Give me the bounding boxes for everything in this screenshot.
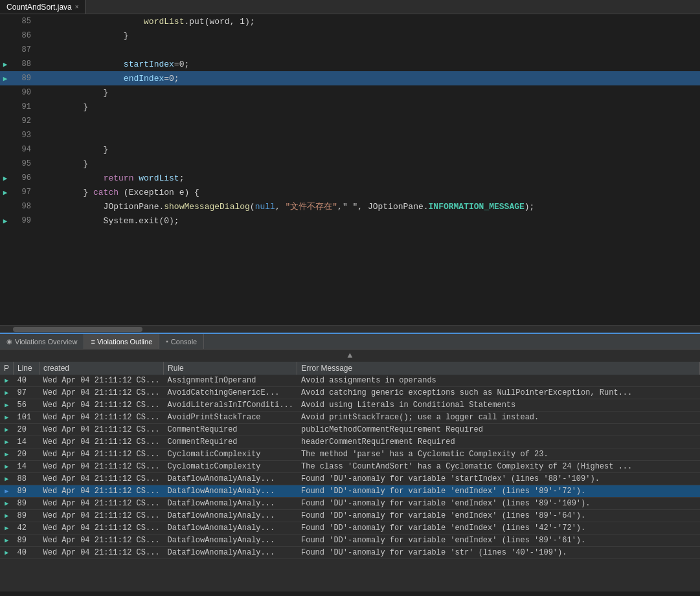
code-content: startIndex=0; (36, 60, 700, 69)
row-created: Wed Apr 04 21:11:12 CS... (40, 448, 164, 461)
table-row[interactable]: ▶20Wed Apr 04 21:11:12 CS...CommentRequi… (0, 424, 700, 436)
code-line-86[interactable]: 86 } (0, 28, 700, 43)
row-play-icon: ▶ (0, 424, 14, 436)
row-line: 40 (14, 547, 40, 559)
row-error-message: The class 'CountAndSort' has a Cyclomati… (297, 461, 700, 473)
code-line-92[interactable]: 92 (0, 114, 700, 128)
breakpoint-arrow-icon: ▶ (3, 217, 8, 225)
breakpoint-arrow-icon: ▶ (3, 188, 8, 197)
line-number: 89 (10, 74, 36, 83)
row-play-icon: ▶ (0, 461, 14, 473)
line-number: 97 (10, 188, 36, 197)
row-created: Wed Apr 04 21:11:12 CS... (40, 412, 164, 424)
line-number: 96 (10, 173, 36, 182)
row-rule: CyclomaticComplexity (164, 448, 297, 461)
row-error-message: Found 'DU'-anomaly for variable 'endInde… (297, 498, 700, 510)
row-line: 101 (14, 412, 40, 424)
row-play-icon: ▶ (0, 485, 14, 498)
col-error[interactable]: Error Message (297, 362, 700, 375)
code-line-88[interactable]: ▶88 startIndex=0; (0, 57, 700, 71)
table-row[interactable]: ▶89Wed Apr 04 21:11:12 CS...DataflowAnom… (0, 498, 700, 510)
table-row[interactable]: ▶14Wed Apr 04 21:11:12 CS...CyclomaticCo… (0, 461, 700, 473)
row-play-icon: ▶ (0, 510, 14, 522)
code-content: return wordList; (36, 173, 700, 183)
code-line-97[interactable]: ▶97 } catch (Exception e) { (0, 185, 700, 199)
row-rule: AvoidPrintStackTrace (164, 412, 297, 424)
panel-tab-2[interactable]: ▪Console (159, 334, 204, 349)
code-line-95[interactable]: 95 } (0, 157, 700, 171)
table-row[interactable]: ▶89Wed Apr 04 21:11:12 CS...DataflowAnom… (0, 510, 700, 522)
table-row[interactable]: ▶20Wed Apr 04 21:11:12 CS...CyclomaticCo… (0, 448, 700, 461)
line-number: 92 (10, 116, 36, 126)
table-row[interactable]: ▶40Wed Apr 04 21:11:12 CS...DataflowAnom… (0, 547, 700, 559)
row-line: 40 (14, 375, 40, 387)
code-content: System.exit(0); (36, 216, 700, 226)
code-line-89[interactable]: ▶89 endIndex=0; (0, 71, 700, 85)
code-line-90[interactable]: 90 } (0, 85, 700, 100)
code-line-93[interactable]: 93 (0, 128, 700, 142)
line-number: 95 (10, 159, 36, 168)
row-created: Wed Apr 04 21:11:12 CS... (40, 535, 164, 547)
panel-tab-0[interactable]: ◉Violations Overview (0, 334, 84, 349)
horizontal-scrollbar[interactable] (0, 325, 700, 333)
breakpoint-arrow-icon: ▶ (3, 74, 8, 83)
panel-tab-label-0: Violations Overview (15, 338, 77, 346)
row-error-message: Found 'DD'-anomaly for variable 'endInde… (297, 535, 700, 547)
code-line-87[interactable]: 87 (0, 43, 700, 57)
panel-tab-label-2: Console (171, 338, 197, 346)
row-created: Wed Apr 04 21:11:12 CS... (40, 498, 164, 510)
row-error-message: Found 'DD'-anomaly for variable 'endInde… (297, 510, 700, 522)
code-line-98[interactable]: 98 JOptionPane.showMessageDialog(null, "… (0, 199, 700, 214)
panel-tab-1[interactable]: ≡ Violations Outline (84, 334, 159, 349)
row-error-message: The method 'parse' has a Cyclomatic Comp… (297, 448, 700, 461)
row-rule: AvoidLiteralsInIfConditi... (164, 399, 297, 412)
row-play-icon: ▶ (0, 473, 14, 485)
line-number: 94 (10, 145, 36, 154)
code-line-96[interactable]: ▶96 return wordList; (0, 171, 700, 185)
code-content: JOptionPane.showMessageDialog(null, "文件不… (36, 201, 700, 212)
row-line: 89 (14, 535, 40, 547)
table-row[interactable]: ▶56Wed Apr 04 21:11:12 CS...AvoidLiteral… (0, 399, 700, 412)
tab-countandsort[interactable]: CountAndSort.java × (0, 0, 86, 14)
row-rule: DataflowAnomalyAnaly... (164, 498, 297, 510)
row-rule: CommentRequired (164, 436, 297, 448)
breakpoint-gutter: ▶ (0, 60, 10, 69)
row-play-icon: ▶ (0, 412, 14, 424)
col-rule[interactable]: Rule (164, 362, 297, 375)
table-row[interactable]: ▶89Wed Apr 04 21:11:12 CS...DataflowAnom… (0, 485, 700, 498)
row-created: Wed Apr 04 21:11:12 CS... (40, 375, 164, 387)
table-row[interactable]: ▶89Wed Apr 04 21:11:12 CS...DataflowAnom… (0, 535, 700, 547)
row-created: Wed Apr 04 21:11:12 CS... (40, 485, 164, 498)
line-number: 88 (10, 60, 36, 69)
code-content: wordList.put(word, 1); (36, 17, 700, 27)
code-editor: 85 wordList.put(word, 1);86 }87▶88 start… (0, 14, 700, 325)
table-row[interactable]: ▶42Wed Apr 04 21:11:12 CS...DataflowAnom… (0, 522, 700, 535)
scrollbar-thumb[interactable] (13, 327, 142, 332)
table-row[interactable]: ▶97Wed Apr 04 21:11:12 CS...AvoidCatchin… (0, 387, 700, 399)
table-row[interactable]: ▶14Wed Apr 04 21:11:12 CS...CommentRequi… (0, 436, 700, 448)
breakpoint-gutter: ▶ (0, 174, 10, 182)
row-rule: DataflowAnomalyAnaly... (164, 522, 297, 535)
tab-close-button[interactable]: × (75, 3, 79, 10)
table-row[interactable]: ▶88Wed Apr 04 21:11:12 CS...DataflowAnom… (0, 473, 700, 485)
table-row[interactable]: ▶40Wed Apr 04 21:11:12 CS...AssignmentIn… (0, 375, 700, 387)
row-rule: DataflowAnomalyAnaly... (164, 547, 297, 559)
line-number: 87 (10, 45, 36, 54)
line-number: 99 (10, 216, 36, 225)
line-number: 85 (10, 17, 36, 26)
col-p[interactable]: P (0, 362, 14, 375)
code-line-85[interactable]: 85 wordList.put(word, 1); (0, 14, 700, 28)
col-created[interactable]: created (40, 362, 164, 375)
code-line-94[interactable]: 94 } (0, 142, 700, 157)
code-line-91[interactable]: 91 } (0, 100, 700, 114)
col-line[interactable]: Line (14, 362, 40, 375)
row-rule: DataflowAnomalyAnaly... (164, 485, 297, 498)
row-error-message: Found 'DU'-anomaly for variable 'str' (l… (297, 547, 700, 559)
row-created: Wed Apr 04 21:11:12 CS... (40, 510, 164, 522)
violations-table[interactable]: P Line created Rule Error Message ▶40Wed… (0, 362, 700, 591)
code-line-99[interactable]: ▶99 System.exit(0); (0, 214, 700, 228)
row-rule: DataflowAnomalyAnaly... (164, 473, 297, 485)
row-created: Wed Apr 04 21:11:12 CS... (40, 473, 164, 485)
row-line: 14 (14, 436, 40, 448)
table-row[interactable]: ▶101Wed Apr 04 21:11:12 CS...AvoidPrintS… (0, 412, 700, 424)
